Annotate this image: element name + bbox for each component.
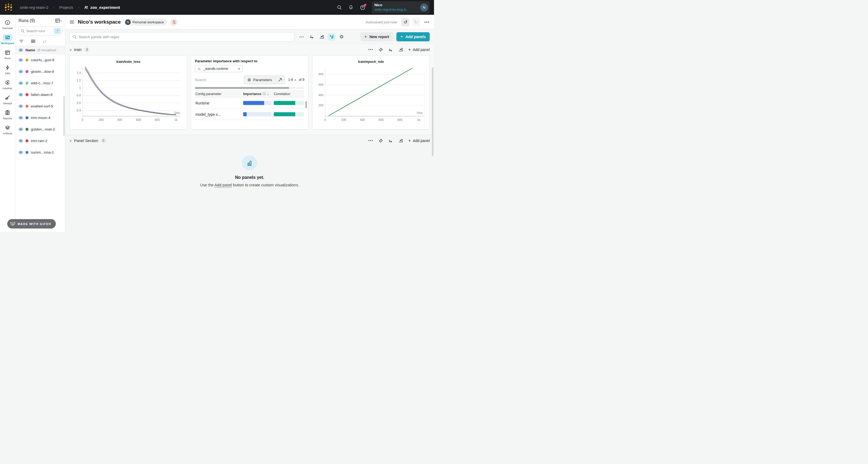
add-panels-button[interactable]: + Add panels	[396, 32, 430, 41]
sidebar-item-sweeps[interactable]: Sweeps	[0, 92, 15, 107]
panel-search-input[interactable]	[79, 35, 291, 39]
workspace-overflow-menu[interactable]: •••	[424, 20, 430, 24]
eye-icon[interactable]	[19, 150, 23, 155]
sidebar-item-overview[interactable]: Overview	[0, 17, 15, 32]
panel-epoch-ndx-chart[interactable]: train/epoch_ndx 200400600800020040060080…	[312, 55, 430, 129]
svg-text:1.2: 1.2	[77, 79, 81, 82]
breadcrumb-projects[interactable]: Projects	[59, 5, 73, 10]
panel-train-loss-chart[interactable]: train/train_loss 0.40.60.811.21.40200400…	[69, 55, 187, 129]
clear-workspace-icon[interactable]	[170, 19, 178, 26]
svg-text:Step: Step	[174, 111, 180, 114]
section-x-axis-icon[interactable]: x	[388, 138, 393, 143]
collapse-chevron-icon[interactable]: ∨	[69, 139, 72, 143]
runs-search-input[interactable]	[26, 29, 52, 33]
eye-icon[interactable]	[19, 69, 23, 74]
section-add-panel-button[interactable]: + Add panel	[408, 138, 430, 143]
collapse-chevron-icon[interactable]: ∨	[69, 48, 72, 52]
notifications-bell-icon[interactable]	[348, 5, 353, 10]
run-row[interactable]: trim-moon-4	[15, 112, 65, 123]
metric-select[interactable]: _wandb.runtime ∨	[195, 65, 243, 72]
section-smoothing-icon[interactable]	[398, 47, 403, 52]
train-loss-line-chart[interactable]: 0.40.60.811.21.402004006008001kStep	[73, 65, 183, 122]
profile-team-link[interactable]: smle-registries-bug-b...	[374, 8, 417, 11]
epoch-ndx-line-chart[interactable]: 20040060080002004006008001kStep	[316, 65, 426, 122]
run-row[interactable]: exalted-surf-5	[15, 100, 65, 112]
section-smoothing-icon[interactable]	[398, 138, 403, 143]
breadcrumb-project[interactable]: zoo_experiment	[84, 5, 120, 10]
toolbar-overflow-menu[interactable]: •••	[298, 33, 305, 40]
runs-name-header[interactable]: Name (9 visualized	[15, 46, 65, 54]
regex-toggle[interactable]: .*	[54, 28, 61, 34]
svg-text:400: 400	[360, 118, 365, 121]
section-title[interactable]: Panel Section	[74, 139, 98, 143]
sort-icon[interactable]: ↓↑	[43, 39, 46, 44]
section-overflow-menu[interactable]: •••	[368, 48, 373, 52]
filter-icon[interactable]	[19, 39, 24, 44]
personal-workspace-badge[interactable]: N Personal workspace	[124, 19, 167, 26]
pagination-control[interactable]: 1-9 ▼ of 9	[288, 78, 304, 82]
wandb-logo[interactable]	[4, 3, 13, 12]
section-add-panel-button[interactable]: + Add panel	[408, 47, 430, 52]
parameters-button[interactable]: ⚙ Parameters	[244, 76, 275, 84]
global-search-icon[interactable]	[337, 5, 342, 10]
expand-chevron[interactable]: ›	[60, 18, 62, 23]
section-overflow-menu[interactable]: •••	[368, 139, 373, 143]
horizontal-scrollbar-thumb[interactable]	[195, 87, 289, 89]
magic-wand-button[interactable]	[275, 76, 285, 84]
settings-gear-icon[interactable]: ⚙	[338, 33, 345, 40]
panel-parameter-importance[interactable]: Parameter importance with respect to _wa…	[191, 55, 308, 129]
run-row[interactable]: glowin...dow-8	[15, 66, 65, 77]
section-x-axis-icon[interactable]: x	[388, 47, 393, 52]
run-row[interactable]: summ...sma-1	[15, 147, 65, 158]
eye-icon[interactable]	[19, 115, 23, 120]
eye-icon[interactable]	[19, 104, 23, 109]
sidebar-item-reports[interactable]: Reports	[0, 107, 15, 122]
correlation-column[interactable]: Correlation	[274, 92, 304, 96]
eye-icon[interactable]	[19, 48, 23, 52]
run-row[interactable]: trim-rain-2	[15, 135, 65, 147]
param-search-placeholder[interactable]: Search	[195, 78, 207, 82]
smoothing-iron-icon[interactable]	[318, 33, 325, 40]
run-row[interactable]: fallen-dawn-6	[15, 89, 65, 100]
sidebar-item-workspace[interactable]: Workspace	[0, 32, 15, 47]
sidebar-item-jobs[interactable]: Jobs	[0, 62, 15, 77]
importance-column[interactable]: Importance ⓘ ↓	[243, 92, 272, 96]
param-table-row[interactable]: model_type.v...	[195, 109, 304, 120]
runs-table-expand-icon[interactable]	[55, 18, 60, 23]
sidebar-item-automations[interactable]: Automat.	[0, 77, 15, 92]
menu-hamburger-icon[interactable]	[69, 20, 74, 24]
config-parameter-column[interactable]: Config parameter	[195, 92, 241, 96]
sampling-scatter-icon[interactable]	[328, 33, 335, 40]
run-name: trim-moon-4	[31, 116, 51, 120]
group-list-icon[interactable]	[31, 39, 35, 44]
run-row[interactable]: colorfu...gurt-9	[15, 54, 65, 66]
add-panel-link[interactable]: Add panel	[214, 183, 232, 187]
breadcrumb-team[interactable]: smle-reg-team-2	[20, 5, 48, 10]
eye-icon[interactable]	[19, 127, 23, 132]
profile-card[interactable]: Nico smle-registries-bug-b... N	[372, 1, 430, 13]
runs-count-title: Runs (9)	[19, 18, 35, 23]
section-title[interactable]: train	[74, 48, 82, 52]
eye-icon[interactable]	[19, 92, 23, 97]
sidebar-item-artifacts[interactable]: Artifacts	[0, 122, 15, 137]
runs-scrollbar[interactable]	[63, 96, 65, 136]
undo-button[interactable]: ↺	[401, 18, 410, 26]
avatar[interactable]: N	[420, 3, 428, 11]
sidebar-item-runs[interactable]: Runs	[0, 47, 15, 62]
new-report-button[interactable]: + New report	[361, 32, 393, 41]
svg-text:200: 200	[341, 118, 346, 121]
chart-title: train/train_loss	[116, 60, 141, 64]
eye-icon[interactable]	[19, 58, 23, 62]
pin-section-icon[interactable]	[378, 48, 383, 52]
vertical-scrollbar-thumb[interactable]	[305, 101, 307, 108]
redo-button[interactable]: ↻	[412, 18, 420, 26]
main-scrollbar[interactable]	[432, 67, 433, 156]
run-row[interactable]: wild-c...mos-7	[15, 77, 65, 89]
x-axis-settings-icon[interactable]: x	[308, 33, 315, 40]
param-table-row[interactable]: Runtime	[195, 97, 304, 109]
eye-icon[interactable]	[19, 81, 23, 85]
run-row[interactable]: golden...nset-3	[15, 123, 65, 135]
pin-section-icon[interactable]	[378, 139, 383, 143]
eye-icon[interactable]	[19, 139, 23, 143]
help-icon[interactable]	[360, 5, 365, 10]
